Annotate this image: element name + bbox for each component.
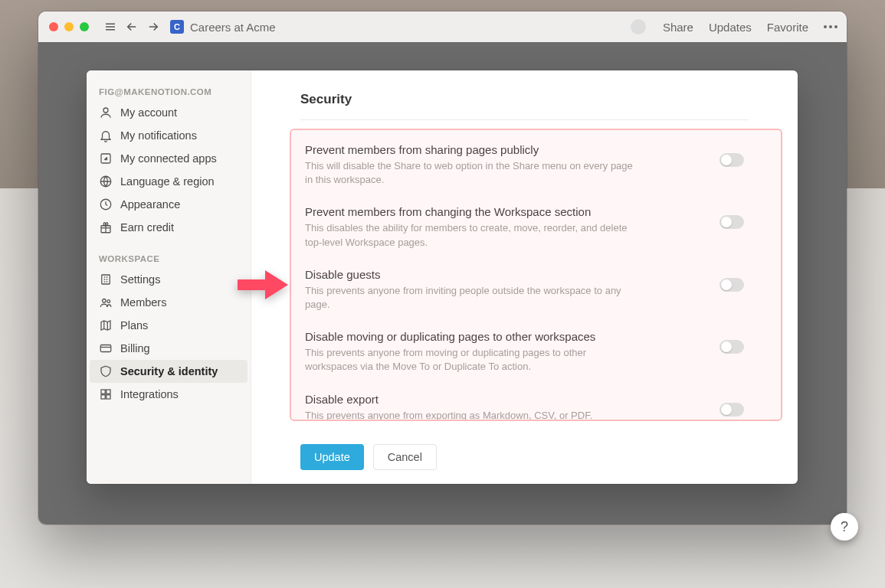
svg-rect-14	[101, 390, 105, 394]
nav-forward-button[interactable]	[144, 18, 162, 36]
svg-point-5	[103, 108, 108, 113]
setting-row: Disable guests This prevents anyone from…	[300, 257, 749, 319]
sidebar-item-label: My notifications	[120, 129, 197, 142]
svg-rect-17	[107, 395, 110, 399]
window-controls	[49, 22, 89, 31]
divider	[300, 119, 749, 120]
sidebar-item-connected-apps[interactable]: My connected apps	[90, 147, 247, 170]
setting-desc: This will disable the Share to web optio…	[305, 159, 634, 187]
svg-point-11	[103, 299, 107, 303]
fullscreen-window-button[interactable]	[80, 22, 89, 31]
setting-desc: This prevents anyone from inviting peopl…	[305, 284, 634, 312]
svg-point-12	[107, 300, 110, 303]
content-heading: Security	[300, 92, 749, 107]
toggle-prevent-workspace-section-change[interactable]	[719, 215, 744, 229]
globe-icon	[99, 175, 113, 188]
clock-icon	[99, 198, 113, 211]
presence-avatars[interactable]	[617, 18, 647, 36]
setting-title: Prevent members from sharing pages publi…	[305, 143, 701, 156]
app-window: C Careers at Acme Share Updates Favorite…	[38, 11, 847, 524]
sidebar-item-security[interactable]: Security & identity	[90, 360, 247, 383]
sidebar-item-label: Billing	[120, 342, 150, 354]
toggle-disable-move-duplicate[interactable]	[719, 340, 744, 354]
page-title: Careers at Acme	[190, 21, 276, 34]
arrow-square-icon	[99, 152, 113, 165]
sidebar-item-label: My connected apps	[120, 152, 217, 165]
map-icon	[99, 318, 113, 332]
sidebar-item-members[interactable]: Members	[90, 291, 247, 314]
svg-rect-15	[107, 390, 110, 394]
toggle-disable-guests[interactable]	[719, 278, 744, 292]
sidebar-item-appearance[interactable]: Appearance	[90, 193, 247, 216]
sidebar-item-label: Appearance	[120, 198, 180, 211]
close-window-button[interactable]	[49, 22, 58, 31]
setting-desc: This prevents anyone from exporting as M…	[305, 409, 634, 423]
credit-card-icon	[99, 341, 113, 355]
cancel-button[interactable]: Cancel	[373, 444, 437, 470]
people-icon	[99, 296, 113, 309]
updates-menu[interactable]: Updates	[709, 21, 752, 34]
sidebar-item-label: Integrations	[120, 388, 179, 400]
page-icon: C	[170, 20, 184, 34]
sidebar-item-label: Earn credit	[120, 221, 174, 234]
nav-back-button[interactable]	[123, 18, 141, 36]
setting-title: Prevent members from changing the Worksp…	[305, 205, 701, 218]
sidebar-item-language-region[interactable]: Language & region	[90, 170, 247, 193]
more-menu-button[interactable]	[824, 25, 837, 28]
setting-desc: This disables the ability for members to…	[305, 221, 634, 249]
update-button[interactable]: Update	[300, 444, 364, 470]
sidebar-item-settings[interactable]: Settings	[90, 268, 247, 291]
titlebar: C Careers at Acme Share Updates Favorite	[38, 11, 847, 42]
svg-rect-13	[100, 345, 111, 352]
sidebar-item-plans[interactable]: Plans	[90, 314, 247, 337]
sidebar-item-label: My account	[120, 106, 177, 119]
sidebar-item-label: Language & region	[120, 175, 215, 188]
setting-desc: This prevents anyone from moving or dupl…	[305, 346, 634, 374]
building-icon	[99, 273, 113, 286]
avatar	[629, 18, 647, 36]
hamburger-menu-button[interactable]	[101, 18, 120, 36]
breadcrumb[interactable]: C Careers at Acme	[170, 20, 276, 34]
setting-title: Disable export	[305, 393, 701, 406]
settings-modal: FIG@MAKENOTION.COM My account My notific…	[87, 70, 798, 484]
annotation-arrow-icon	[238, 267, 291, 302]
setting-row: Disable moving or duplicating pages to o…	[300, 319, 749, 381]
sidebar-item-integrations[interactable]: Integrations	[90, 383, 247, 406]
setting-title: Disable moving or duplicating pages to o…	[305, 330, 701, 343]
svg-rect-10	[102, 275, 110, 284]
sidebar-item-billing[interactable]: Billing	[90, 337, 247, 360]
shield-icon	[99, 364, 113, 378]
minimize-window-button[interactable]	[64, 22, 74, 31]
share-menu[interactable]: Share	[663, 21, 693, 34]
toggle-prevent-public-sharing[interactable]	[719, 153, 744, 167]
sidebar-section-account: FIG@MAKENOTION.COM	[87, 83, 251, 101]
sidebar-item-my-notifications[interactable]: My notifications	[90, 124, 247, 147]
help-label: ?	[841, 519, 848, 535]
sidebar-item-earn-credit[interactable]: Earn credit	[90, 216, 247, 239]
favorite-toggle[interactable]: Favorite	[767, 21, 808, 34]
gift-icon	[99, 220, 113, 234]
toggle-disable-export[interactable]	[719, 403, 744, 416]
svg-rect-16	[101, 395, 105, 399]
user-icon	[99, 106, 113, 119]
sidebar-item-label: Security & identity	[120, 365, 218, 377]
sidebar-section-workspace: WORKSPACE	[87, 250, 251, 268]
settings-sidebar: FIG@MAKENOTION.COM My account My notific…	[87, 70, 251, 484]
setting-row: Prevent members from sharing pages publi…	[300, 132, 749, 194]
sidebar-item-label: Members	[120, 296, 166, 309]
setting-row: Prevent members from changing the Worksp…	[300, 194, 749, 256]
sidebar-item-label: Settings	[120, 273, 160, 286]
settings-content: Security Prevent members from sharing pa…	[251, 70, 798, 484]
bell-icon	[99, 129, 113, 142]
modal-footer: Update Cancel	[300, 444, 437, 470]
sidebar-item-my-account[interactable]: My account	[90, 101, 247, 124]
setting-title: Disable guests	[305, 268, 701, 281]
help-button[interactable]: ?	[831, 513, 858, 541]
setting-row: Disable export This prevents anyone from…	[300, 382, 749, 430]
sidebar-item-label: Plans	[120, 319, 148, 332]
grid-icon	[99, 387, 113, 401]
